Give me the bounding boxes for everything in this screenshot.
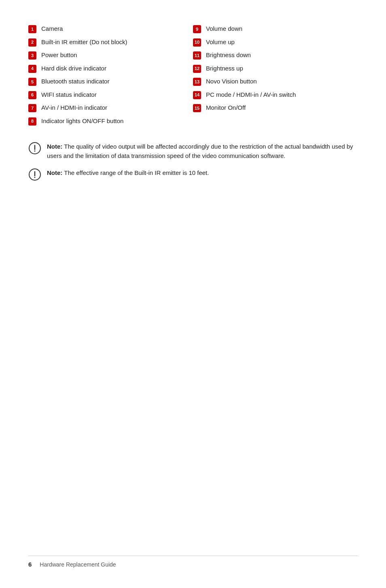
footer-page: 6: [28, 561, 32, 568]
list-item: 1Camera: [28, 24, 193, 34]
item-badge: 13: [193, 78, 201, 86]
note-row: Note: The effective range of the Built-i…: [28, 168, 358, 181]
note-row: Note: The quality of video output will b…: [28, 142, 358, 161]
list-item: 9Volume down: [193, 24, 358, 34]
main-content: 1Camera2Built-in IR emitter (Do not bloc…: [28, 24, 358, 126]
list-item: 13Novo Vision button: [193, 77, 358, 86]
item-badge: 11: [193, 51, 201, 60]
list-item: 8Indicator lights ON/OFF button: [28, 117, 193, 126]
item-label: AV-in / HDMI-in indicator: [41, 103, 107, 113]
item-badge: 5: [28, 78, 36, 86]
list-item: 10Volume up: [193, 38, 358, 47]
note-icon: [28, 168, 41, 181]
list-item: 5Bluetooth status indicator: [28, 77, 193, 86]
footer-title: Hardware Replacement Guide: [40, 561, 116, 568]
item-badge: 4: [28, 65, 36, 73]
list-item: 6WIFI status indicator: [28, 90, 193, 100]
item-label: PC mode / HDMI-in / AV-in switch: [206, 90, 296, 100]
note-text: Note: The effective range of the Built-i…: [47, 168, 209, 177]
item-badge: 2: [28, 38, 36, 47]
item-label: Brightness up: [206, 64, 243, 73]
list-item: 11Brightness down: [193, 51, 358, 60]
notes-section: Note: The quality of video output will b…: [28, 142, 358, 181]
item-badge: 10: [193, 38, 201, 47]
list-item: 7AV-in / HDMI-in indicator: [28, 103, 193, 113]
item-badge: 12: [193, 65, 201, 73]
item-label: Power button: [41, 51, 77, 60]
list-item: 12Brightness up: [193, 64, 358, 73]
item-label: Bluetooth status indicator: [41, 77, 109, 86]
item-badge: 14: [193, 91, 201, 99]
right-column: 9Volume down10Volume up11Brightness down…: [193, 24, 358, 126]
left-column: 1Camera2Built-in IR emitter (Do not bloc…: [28, 24, 193, 126]
item-badge: 8: [28, 117, 36, 126]
item-label: Novo Vision button: [206, 77, 257, 86]
item-badge: 1: [28, 25, 36, 33]
item-label: Indicator lights ON/OFF button: [41, 117, 123, 126]
item-label: Monitor On/Off: [206, 103, 246, 113]
note-icon: [28, 142, 41, 155]
list-item: 14PC mode / HDMI-in / AV-in switch: [193, 90, 358, 100]
item-label: WIFI status indicator: [41, 90, 97, 100]
footer: 6 Hardware Replacement Guide: [28, 556, 358, 568]
item-badge: 9: [193, 25, 201, 33]
svg-point-2: [34, 151, 36, 152]
list-item: 15Monitor On/Off: [193, 103, 358, 113]
item-label: Camera: [41, 24, 63, 34]
item-badge: 15: [193, 104, 201, 112]
item-label: Built-in IR emitter (Do not block): [41, 38, 127, 47]
list-item: 3Power button: [28, 51, 193, 60]
item-badge: 3: [28, 51, 36, 60]
item-label: Volume down: [206, 24, 242, 34]
svg-point-5: [34, 177, 36, 178]
list-item: 2Built-in IR emitter (Do not block): [28, 38, 193, 47]
item-label: Hard disk drive indicator: [41, 64, 106, 73]
note-text: Note: The quality of video output will b…: [47, 142, 358, 161]
item-label: Volume up: [206, 38, 235, 47]
item-label: Brightness down: [206, 51, 251, 60]
item-badge: 7: [28, 104, 36, 112]
list-item: 4Hard disk drive indicator: [28, 64, 193, 73]
item-badge: 6: [28, 91, 36, 99]
